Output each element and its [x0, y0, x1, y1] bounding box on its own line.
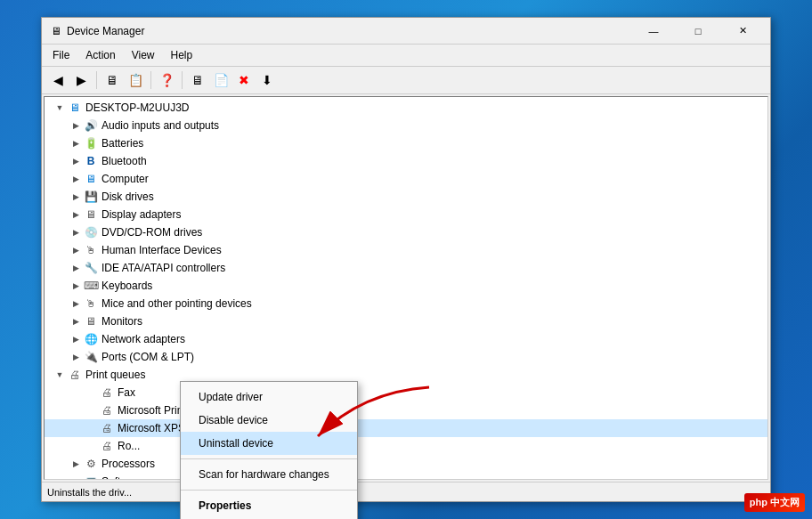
expand-monitors[interactable]: ▶ — [68, 313, 84, 329]
computer-label: Computer — [102, 173, 149, 185]
menu-help[interactable]: Help — [164, 46, 200, 64]
expand-disk[interactable]: ▶ — [68, 189, 84, 205]
php-watermark: php 中文网 — [744, 493, 805, 512]
ctx-disable[interactable]: Disable device — [181, 409, 357, 432]
bluetooth-label: Bluetooth — [102, 155, 147, 167]
maximize-button[interactable]: □ — [678, 18, 719, 45]
tree-item-display[interactable]: ▶ 🖥 Display adapters — [45, 206, 767, 223]
device-manager-window: 🖥 Device Manager — □ ✕ File Action View … — [41, 17, 771, 502]
network-icon: 🌐 — [84, 332, 98, 346]
display-icon: 🖥 — [84, 207, 98, 222]
expand-print[interactable]: ▼ — [52, 367, 68, 383]
mice-label: Mice and other pointing devices — [102, 297, 252, 310]
expand-ports[interactable]: ▶ — [68, 349, 84, 365]
hid-label: Human Interface Devices — [102, 244, 222, 256]
tree-item-mice[interactable]: ▶ 🖱 Mice and other pointing devices — [45, 295, 767, 312]
ports-label: Ports (COM & LPT) — [102, 351, 194, 363]
expand-processors[interactable]: ▶ — [68, 456, 84, 472]
expand-root[interactable]: ▼ — [52, 100, 68, 116]
software-label: Softwa... — [102, 475, 143, 480]
ctx-sep-1 — [181, 458, 357, 459]
title-bar: 🖥 Device Manager — □ ✕ — [42, 18, 770, 45]
expand-dvd[interactable]: ▶ — [68, 224, 84, 240]
ctx-scan[interactable]: Scan for hardware changes — [181, 463, 357, 486]
keyboard-icon: ⌨ — [84, 279, 98, 293]
ms-pdf-icon: 🖨 — [100, 403, 114, 418]
tree-item-fax[interactable]: ▶ 🖨 Fax — [45, 384, 767, 401]
expand-software[interactable]: ▶ — [68, 474, 84, 480]
print-label: Print queues — [85, 369, 145, 381]
uninstall-button[interactable]: ✖ — [233, 69, 255, 91]
display-label: Display adapters — [102, 208, 181, 221]
battery-icon: 🔋 — [84, 136, 98, 150]
app-icon: 🖥 — [49, 24, 63, 38]
tree-item-ports[interactable]: ▶ 🔌 Ports (COM & LPT) — [45, 348, 767, 366]
expand-ide[interactable]: ▶ — [68, 260, 84, 276]
batteries-label: Batteries — [102, 137, 143, 150]
ide-icon: 🔧 — [84, 261, 98, 275]
resources-button[interactable]: 🖥 — [187, 69, 208, 91]
expand-display[interactable]: ▶ — [68, 207, 84, 223]
tree-item-hid[interactable]: ▶ 🖱 Human Interface Devices — [45, 241, 767, 259]
tree-item-batteries[interactable]: ▶ 🔋 Batteries — [45, 134, 767, 152]
tree-item-computer[interactable]: ▶ 🖥 Computer — [45, 170, 767, 188]
menu-action[interactable]: Action — [78, 46, 122, 64]
tree-item-keyboard[interactable]: ▶ ⌨ Keyboards — [45, 277, 767, 295]
expand-network[interactable]: ▶ — [68, 331, 84, 347]
expand-audio[interactable]: ▶ — [68, 118, 84, 134]
toolbar-separator-3 — [182, 71, 183, 89]
keyboard-label: Keyboards — [102, 280, 152, 292]
ctx-uninstall[interactable]: Uninstall device — [181, 432, 357, 455]
tree-item-monitors[interactable]: ▶ 🖥 Monitors — [45, 312, 767, 330]
tree-root[interactable]: ▼ 🖥 DESKTOP-M2UUJ3D — [45, 99, 767, 117]
menu-view[interactable]: View — [125, 46, 162, 64]
tree-item-audio[interactable]: ▶ 🔊 Audio inputs and outputs — [45, 117, 767, 134]
ctx-properties[interactable]: Properties — [181, 494, 357, 517]
tree-item-bluetooth[interactable]: ▶ B Bluetooth — [45, 152, 767, 170]
ro-icon: 🖨 — [100, 439, 114, 453]
audio-label: Audio inputs and outputs — [102, 119, 219, 132]
close-button[interactable]: ✕ — [722, 18, 763, 45]
tree-item-network[interactable]: ▶ 🌐 Network adapters — [45, 330, 767, 348]
fax-icon: 🖨 — [100, 385, 114, 400]
resources2-button[interactable]: 📄 — [210, 69, 231, 91]
mice-icon: 🖱 — [84, 296, 98, 311]
computer-icon: 🖥 — [84, 172, 98, 186]
dvd-icon: 💿 — [84, 225, 98, 239]
tree-item-print[interactable]: ▼ 🖨 Print queues — [45, 366, 767, 384]
tree-item-software[interactable]: ▶ 💻 Softwa... — [45, 473, 767, 480]
device-tree[interactable]: ▼ 🖥 DESKTOP-M2UUJ3D ▶ 🔊 Audio inputs and… — [44, 96, 768, 480]
menu-file[interactable]: File — [45, 46, 77, 64]
back-button[interactable]: ◀ — [47, 69, 69, 91]
list-button[interactable]: 📋 — [125, 69, 146, 91]
bluetooth-icon: B — [84, 154, 98, 168]
window-controls: — □ ✕ — [633, 18, 763, 45]
tree-item-ide[interactable]: ▶ 🔧 IDE ATA/ATAPI controllers — [45, 259, 767, 277]
expand-keyboard[interactable]: ▶ — [68, 278, 84, 294]
ctx-update[interactable]: Update driver — [181, 385, 357, 409]
tree-item-ms-pdf[interactable]: ▶ 🖨 Microsoft Print to PDF — [45, 401, 767, 419]
processors-label: Processors — [102, 458, 155, 470]
computer-view-button[interactable]: 🖥 — [102, 69, 123, 91]
expand-mice[interactable]: ▶ — [68, 296, 84, 312]
disk-icon: 💾 — [84, 190, 98, 204]
ports-icon: 🔌 — [84, 350, 98, 364]
dvd-label: DVD/CD-ROM drives — [102, 226, 202, 239]
help-button[interactable]: ❓ — [156, 69, 177, 91]
fax-label: Fax — [118, 386, 135, 399]
tree-item-dvd[interactable]: ▶ 💿 DVD/CD-ROM drives — [45, 223, 767, 241]
tree-item-ro[interactable]: ▶ 🖨 Ro... — [45, 437, 767, 455]
forward-button[interactable]: ▶ — [70, 69, 92, 91]
window-title: Device Manager — [67, 25, 633, 37]
audio-icon: 🔊 — [84, 118, 98, 133]
tree-item-disk[interactable]: ▶ 💾 Disk drives — [45, 188, 767, 206]
tree-item-ms-xps[interactable]: ▶ 🖨 Microsoft XPS Document Writer — [45, 419, 767, 437]
ms-xps-icon: 🖨 — [100, 421, 114, 435]
expand-hid[interactable]: ▶ — [68, 242, 84, 258]
scan-button[interactable]: ⬇ — [256, 69, 278, 91]
tree-item-processors[interactable]: ▶ ⚙ Processors — [45, 455, 767, 473]
expand-bluetooth[interactable]: ▶ — [68, 153, 84, 169]
expand-computer[interactable]: ▶ — [68, 171, 84, 187]
expand-batteries[interactable]: ▶ — [68, 135, 84, 151]
minimize-button[interactable]: — — [633, 18, 674, 45]
